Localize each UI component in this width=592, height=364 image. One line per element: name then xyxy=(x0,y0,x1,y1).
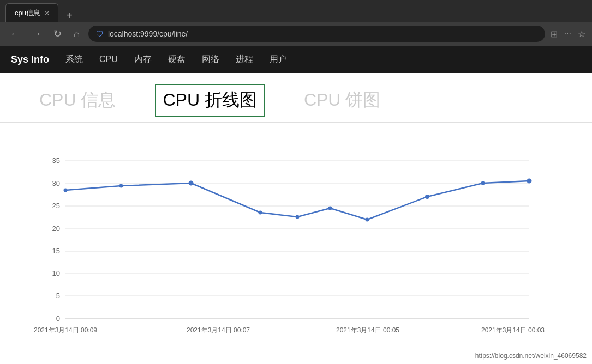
page-content: CPU 信息 CPU 折线图 CPU 饼图 0 5 10 15 20 25 30 xyxy=(0,73,592,351)
refresh-button[interactable]: ↻ xyxy=(50,26,65,42)
line-chart: 0 5 10 15 20 25 30 35 2021年3月14日 00: xyxy=(33,139,546,341)
forward-button[interactable]: → xyxy=(28,26,45,42)
toolbar-icons: ⊞ ··· ☆ xyxy=(551,29,585,39)
qr-icon[interactable]: ⊞ xyxy=(551,29,558,39)
tab-title: cpu信息 xyxy=(15,8,40,18)
nav-link-system[interactable]: 系统 xyxy=(65,54,83,65)
nav-link-cpu[interactable]: CPU xyxy=(99,54,118,64)
svg-point-26 xyxy=(527,179,532,184)
app-navbar: Sys Info 系统 CPU 内存 硬盘 网络 进程 用户 xyxy=(0,46,592,73)
tab-close-button[interactable]: × xyxy=(45,9,49,17)
svg-text:15: 15 xyxy=(52,247,60,255)
nav-link-network[interactable]: 网络 xyxy=(202,54,219,65)
svg-point-22 xyxy=(328,207,332,210)
sub-tab-cpu-pie[interactable]: CPU 饼图 xyxy=(297,85,387,116)
address-bar[interactable]: 🛡 localhost:9999/cpu/line/ xyxy=(88,26,545,42)
sub-tabs: CPU 信息 CPU 折线图 CPU 饼图 xyxy=(0,73,592,123)
svg-text:0: 0 xyxy=(56,314,60,323)
nav-link-disk[interactable]: 硬盘 xyxy=(168,54,186,65)
svg-point-19 xyxy=(189,181,194,186)
svg-text:2021年3月14日 00:05: 2021年3月14日 00:05 xyxy=(336,326,399,334)
svg-text:20: 20 xyxy=(52,225,60,233)
nav-link-memory[interactable]: 内存 xyxy=(134,54,152,65)
sub-tab-cpu-info[interactable]: CPU 信息 xyxy=(33,85,122,116)
url-text: localhost:9999/cpu/line/ xyxy=(108,29,537,38)
svg-text:25: 25 xyxy=(52,202,60,210)
back-button[interactable]: ← xyxy=(7,26,23,42)
new-tab-button[interactable]: + xyxy=(62,9,77,22)
svg-text:5: 5 xyxy=(56,292,60,300)
svg-point-24 xyxy=(425,195,429,199)
bookmark-icon[interactable]: ☆ xyxy=(578,29,585,39)
svg-point-21 xyxy=(296,215,300,219)
svg-text:35: 35 xyxy=(52,156,60,165)
chart-container: 0 5 10 15 20 25 30 35 2021年3月14日 00: xyxy=(0,134,592,351)
svg-text:2021年3月14日 00:03: 2021年3月14日 00:03 xyxy=(481,326,545,334)
svg-text:2021年3月14日 00:09: 2021年3月14日 00:09 xyxy=(34,326,97,334)
home-button[interactable]: ⌂ xyxy=(70,26,83,42)
svg-text:30: 30 xyxy=(52,179,60,187)
svg-point-20 xyxy=(259,211,262,215)
app-brand[interactable]: Sys Info xyxy=(11,54,49,65)
browser-toolbar: ← → ↻ ⌂ 🛡 localhost:9999/cpu/line/ ⊞ ···… xyxy=(0,22,592,46)
svg-point-18 xyxy=(119,184,123,188)
more-icon[interactable]: ··· xyxy=(564,29,571,39)
active-tab[interactable]: cpu信息 × xyxy=(5,3,58,22)
browser-titlebar: cpu信息 × + xyxy=(0,0,592,22)
svg-point-25 xyxy=(481,181,485,185)
nav-link-process[interactable]: 进程 xyxy=(236,54,253,65)
watermark: https://blog.csdn.net/weixin_46069582 xyxy=(475,352,587,360)
tab-strip: cpu信息 × + xyxy=(5,0,77,22)
nav-link-user[interactable]: 用户 xyxy=(270,54,287,65)
svg-point-23 xyxy=(366,218,369,222)
shield-icon: 🛡 xyxy=(96,29,104,38)
sub-tab-cpu-line[interactable]: CPU 折线图 xyxy=(155,84,264,117)
svg-text:10: 10 xyxy=(52,269,60,277)
svg-text:2021年3月14日 00:07: 2021年3月14日 00:07 xyxy=(187,326,250,334)
svg-point-17 xyxy=(64,189,68,192)
